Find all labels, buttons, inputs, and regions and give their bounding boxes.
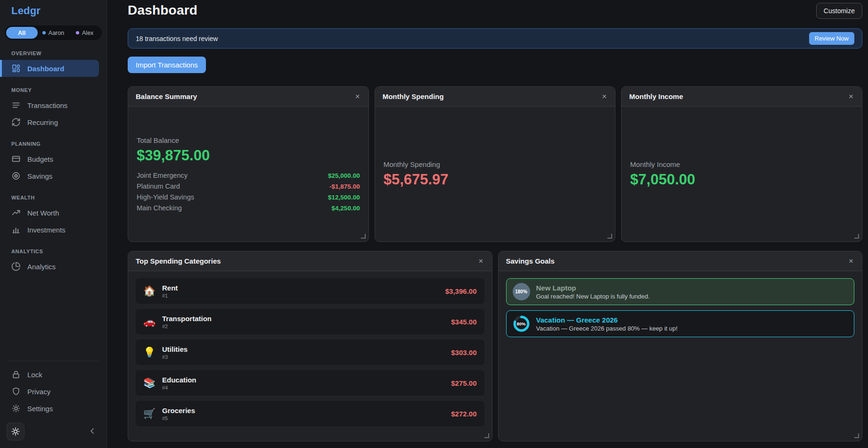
section-planning: PLANNING: [11, 141, 95, 147]
goal-percent-badge: 80%: [513, 315, 530, 332]
widget-header[interactable]: Monthly Spending ×: [375, 87, 615, 107]
close-icon[interactable]: ×: [601, 91, 607, 101]
monthly-income-label: Monthly Income: [630, 160, 853, 168]
goal-list: 180% New Laptop Goal reached! New Laptop…: [499, 271, 862, 441]
widget-header[interactable]: Savings Goals ×: [499, 251, 862, 271]
alert-message: 18 transactions need review: [136, 35, 218, 42]
category-row-utilities[interactable]: 💡 Utilities#3 $303.00: [136, 340, 484, 365]
list-icon: [11, 100, 21, 110]
car-icon: 🚗: [143, 316, 156, 327]
house-icon: 🏠: [143, 285, 156, 297]
goal-item-vacation-greece[interactable]: 80% Vacation — Greece 2026 Vacation — Gr…: [506, 310, 855, 337]
category-row-groceries[interactable]: 🛒 Groceries#5 $272.00: [136, 401, 484, 426]
alex-dot-icon: [76, 31, 79, 34]
user-filter: All Aaron Alex: [5, 25, 102, 40]
trending-up-icon: [11, 208, 21, 217]
sidebar-item-net-worth[interactable]: Net Worth: [0, 204, 106, 221]
dashboard-icon: [11, 64, 21, 73]
theme-toggle-button[interactable]: [7, 423, 25, 440]
monthly-income-body: Monthly Income $7,050.00: [622, 107, 862, 241]
filter-alex[interactable]: Alex: [69, 27, 100, 39]
sidebar-footer: Lock Privacy Settings: [0, 361, 106, 448]
monthly-income-value: $7,050.00: [630, 171, 853, 188]
shopping-cart-icon: 🛒: [143, 408, 156, 419]
widget-header[interactable]: Balance Summary ×: [128, 87, 368, 107]
import-transactions-button[interactable]: Import Transactions: [128, 57, 206, 73]
goal-message: Vacation — Greece 2026 passed 80% — keep…: [536, 325, 678, 332]
close-icon[interactable]: ×: [848, 91, 854, 101]
widget-title: Monthly Spending: [383, 92, 444, 100]
total-balance-label: Total Balance: [137, 136, 360, 144]
sidebar-item-settings[interactable]: Settings: [0, 400, 106, 417]
sidebar-item-budgets[interactable]: Budgets: [0, 150, 106, 167]
sidebar-item-savings[interactable]: Savings: [0, 167, 106, 184]
page-header: Dashboard Customize: [128, 3, 862, 19]
widget-row-2: Top Spending Categories × 🏠 Rent#1 $3,39…: [128, 251, 862, 441]
shield-icon: [11, 387, 21, 396]
widget-header[interactable]: Top Spending Categories ×: [128, 251, 492, 271]
account-list: Joint Emergency $25,000.00 Platinum Card…: [137, 172, 360, 212]
widget-row-1: Balance Summary × Total Balance $39,875.…: [128, 86, 862, 242]
category-row-education[interactable]: 📚 Education#4 $275.00: [136, 370, 484, 396]
sun-icon: [11, 427, 20, 436]
top-spending-categories-widget: Top Spending Categories × 🏠 Rent#1 $3,39…: [128, 251, 492, 441]
savings-goals-widget: Savings Goals × 180% New Laptop Goal rea…: [498, 251, 863, 441]
customize-button[interactable]: Customize: [816, 3, 862, 19]
account-row: High-Yield Savings $12,500.00: [137, 193, 360, 201]
widget-header[interactable]: Monthly Income ×: [622, 87, 862, 107]
sidebar-divider: [8, 361, 99, 361]
refresh-icon: [11, 117, 21, 127]
goal-percent-badge: 180%: [513, 283, 530, 300]
main-content: Dashboard Customize 18 transactions need…: [107, 0, 868, 448]
monthly-spending-widget: Monthly Spending × Monthly Spending $5,6…: [375, 86, 616, 242]
app-logo: Ledgr: [0, 0, 106, 17]
bar-chart-icon: [11, 225, 21, 234]
sidebar-item-analytics[interactable]: Analytics: [0, 258, 106, 275]
widget-title: Savings Goals: [506, 257, 555, 265]
balance-summary-body: Total Balance $39,875.00 Joint Emergency…: [128, 107, 368, 241]
sidebar: Ledgr All Aaron Alex OVERVIEW Dashboard …: [0, 0, 107, 448]
resize-handle-icon[interactable]: [484, 433, 489, 438]
goal-name: Vacation — Greece 2026: [536, 316, 678, 324]
close-icon[interactable]: ×: [354, 91, 361, 101]
page-title: Dashboard: [128, 3, 197, 18]
close-icon[interactable]: ×: [848, 256, 854, 266]
pie-chart-icon: [11, 262, 21, 271]
section-overview: OVERVIEW: [11, 50, 95, 56]
lock-icon: [11, 370, 21, 379]
goal-item-new-laptop[interactable]: 180% New Laptop Goal reached! New Laptop…: [506, 278, 855, 305]
section-wealth: WEALTH: [11, 195, 95, 200]
close-icon[interactable]: ×: [478, 256, 484, 266]
goal-progress-ring: 80%: [513, 315, 530, 332]
review-alert-banner: 18 transactions need review Review Now: [128, 28, 862, 49]
category-row-transportation[interactable]: 🚗 Transportation#2 $345.00: [136, 309, 484, 334]
sidebar-item-privacy[interactable]: Privacy: [0, 383, 106, 400]
category-row-rent[interactable]: 🏠 Rent#1 $3,396.00: [136, 278, 484, 304]
sidebar-item-dashboard[interactable]: Dashboard: [0, 60, 99, 77]
section-money: MONEY: [11, 87, 95, 93]
sidebar-bottom-bar: [0, 417, 106, 448]
resize-handle-icon[interactable]: [361, 234, 366, 239]
resize-handle-icon[interactable]: [854, 433, 859, 438]
sidebar-item-transactions[interactable]: Transactions: [0, 97, 106, 114]
filter-all[interactable]: All: [6, 27, 38, 39]
total-balance-value: $39,875.00: [137, 147, 360, 164]
sidebar-item-recurring[interactable]: Recurring: [0, 114, 106, 131]
sidebar-item-investments[interactable]: Investments: [0, 221, 106, 238]
widget-title: Balance Summary: [136, 92, 197, 100]
lightbulb-icon: 💡: [143, 347, 156, 358]
aaron-dot-icon: [42, 31, 46, 34]
monthly-income-widget: Monthly Income × Monthly Income $7,050.0…: [621, 86, 862, 242]
widget-title: Monthly Income: [629, 92, 683, 100]
monthly-spending-body: Monthly Spending $5,675.97: [375, 107, 615, 241]
balance-summary-widget: Balance Summary × Total Balance $39,875.…: [128, 86, 369, 242]
sidebar-collapse-button[interactable]: [88, 426, 97, 437]
filter-aaron[interactable]: Aaron: [38, 27, 69, 39]
review-now-button[interactable]: Review Now: [809, 32, 854, 45]
resize-handle-icon[interactable]: [607, 234, 612, 239]
widget-title: Top Spending Categories: [136, 257, 221, 265]
sidebar-item-lock[interactable]: Lock: [0, 366, 106, 383]
books-icon: 📚: [143, 377, 156, 389]
account-row: Joint Emergency $25,000.00: [137, 172, 360, 179]
resize-handle-icon[interactable]: [854, 234, 859, 239]
